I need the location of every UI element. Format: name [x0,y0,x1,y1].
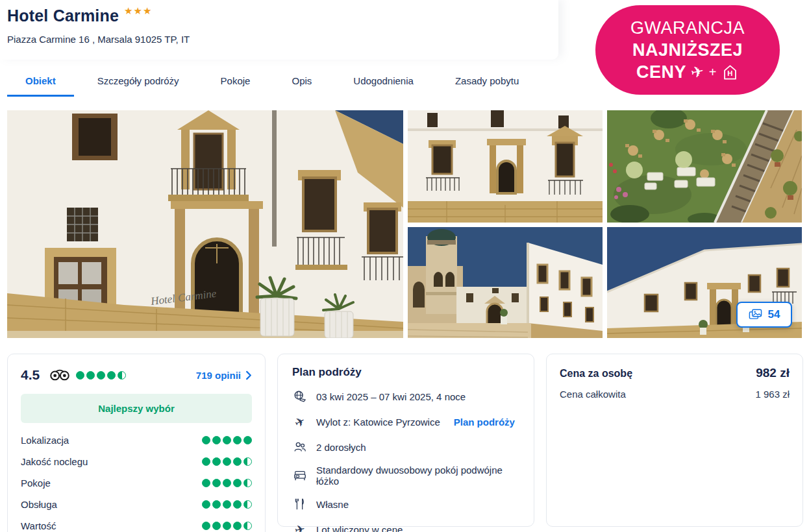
star-icon: ★ [124,5,133,16]
plus-icon: + [709,65,717,80]
plane-icon: ✈ [293,521,306,532]
rating-row-jakosc-noclegu: Jakość noclegu [21,451,252,472]
rating-dot [76,371,84,380]
rating-dot [212,500,221,509]
plan-row-guests: 2 dorosłych [292,439,519,455]
gallery-photo-hotel-corner[interactable]: 54 [607,227,802,338]
rating-dot [233,500,242,509]
overall-rating-dots [76,371,126,380]
chevron-right-icon [245,370,252,380]
page-title: Hotel Carmine [7,6,119,25]
rating-dots [202,436,252,444]
rating-dot [107,371,116,380]
plan-card-title: Plan podróży [292,366,519,379]
rating-dot [202,479,210,487]
tripadvisor-icon [49,368,71,382]
rating-dot [212,436,221,444]
rating-card: 4.5 719 opinii Najlepszy wybór [7,354,266,532]
rating-dot [118,371,126,380]
plan-row-meals: Własne [292,496,519,512]
svg-text:H: H [727,69,733,77]
rating-dot [212,479,221,487]
gallery-photo-facade-closeup[interactable] [408,110,603,223]
badge-line1: GWARANCJA [630,18,745,38]
plane-icon: ✈ [689,62,706,82]
rating-dot [202,522,210,530]
tab-udogodnienia[interactable]: Udogodnienia [335,69,432,97]
hotel-stars: ★★★ [124,5,152,17]
rating-dots [202,500,252,509]
hotel-header: Hotel Carmine ★★★ Piazza Carmine 16 , Ma… [0,0,558,60]
rating-dot [243,436,252,444]
rating-dot [223,500,231,509]
rating-dot [233,457,242,466]
tab-obiekt[interactable]: Obiekt [7,69,74,97]
rating-row-lokalizacja: Lokalizacja [21,429,252,451]
rating-row-obsluga: Obsługa [21,494,252,515]
gallery-photo-main-facade[interactable]: Hotel Carmine [7,110,403,338]
rating-dots [202,479,252,487]
badge-line3: CENY [636,62,686,82]
trip-plan-card: Plan podróży 03 kwi 2025 – 07 kwi 2025, … [277,354,534,527]
rating-dot [202,457,210,466]
rating-dot [223,522,231,530]
plan-row-dates: 03 kwi 2025 – 07 kwi 2025, 4 noce [292,389,519,404]
cutlery-icon [293,497,307,511]
rating-dot [202,500,210,509]
plan-podrozy-link[interactable]: Plan podróży [454,417,515,428]
price-total-value: 1 963 zł [755,389,790,400]
plane-departure-icon: ✈ [292,413,308,431]
tab-zasady-pobytu[interactable]: Zasady pobytu [437,69,537,97]
photo-count-label: 54 [768,308,780,321]
rating-dot [243,479,252,487]
gallery-photo-piazza-tower[interactable] [408,227,603,338]
rating-dot [233,436,242,444]
rating-dot [212,522,221,530]
badge-line2: NAJNIŻSZEJ [632,40,743,60]
photos-stack-icon [749,309,762,321]
plan-row-room: Standardowy dwuosobowy pokój podwójne łó… [292,465,519,487]
section-tabs: Obiekt Szczegóły podróży Pokoje Opis Udo… [7,69,537,97]
plan-row-flight: ✈ Lot wliczony w cenę [292,522,519,532]
globe-plane-icon [293,389,307,404]
rating-dot [243,500,252,509]
photo-count-button[interactable]: 54 [736,302,792,328]
summary-cards: 4.5 719 opinii Najlepszy wybór [7,354,803,532]
price-card: Cena za osobę 982 zł Cena całkowita 1 96… [546,354,803,527]
best-choice-badge: Najlepszy wybór [21,394,252,423]
tab-opis[interactable]: Opis [273,69,330,97]
bed-icon [293,468,307,483]
star-icon: ★ [134,5,143,16]
rating-dot [243,522,252,530]
gallery-photo-garden-aerial[interactable] [607,110,802,223]
rating-row-wartosc: Wartość [21,515,252,532]
hotel-address: Piazza Carmine 16 , Marsala 91025 TP, IT [7,34,558,45]
rating-dots [202,457,252,466]
rating-dot [233,522,242,530]
rating-dot [223,479,231,487]
reviews-link[interactable]: 719 opinii [196,370,252,381]
rating-dot [223,457,231,466]
rating-dot [97,371,105,380]
rating-dot [243,457,252,466]
hotel-detail-page: Hotel Carmine ★★★ Piazza Carmine 16 , Ma… [0,0,809,532]
rating-row-pokoje: Pokoje [21,472,252,494]
price-per-person-label: Cena za osobę [560,368,632,380]
rating-dots [202,522,252,530]
hotel-icon: H [721,64,739,81]
rating-dot [86,371,95,380]
photo-gallery: Hotel Carmine [7,110,802,338]
tab-szczegoly-podrozy[interactable]: Szczegóły podróży [79,69,197,97]
rating-score: 4.5 [21,367,40,383]
rating-dot [233,479,242,487]
people-icon [293,440,307,454]
price-per-person-value: 982 zł [756,366,790,380]
rating-dot [212,457,221,466]
plan-row-departure: ✈ Wylot z: Katowice Pyrzowice Plan podró… [292,414,519,429]
rating-dot [202,436,210,444]
rating-dot [223,436,231,444]
tab-pokoje[interactable]: Pokoje [203,69,269,97]
price-total-label: Cena całkowita [560,389,626,400]
lowest-price-guarantee-badge: GWARANCJA NAJNIŻSZEJ CENY ✈ + H [595,5,780,95]
star-icon: ★ [143,5,152,16]
